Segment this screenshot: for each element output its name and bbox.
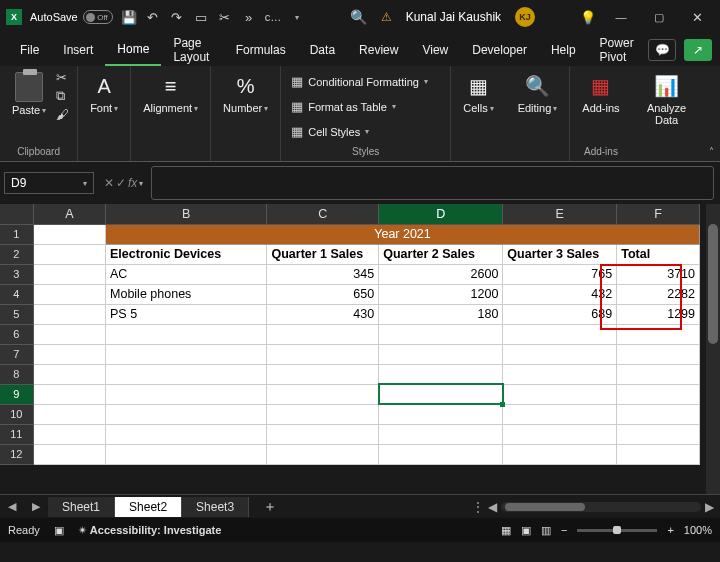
tab-power-pivot[interactable]: Power Pivot bbox=[588, 34, 648, 66]
macro-record-icon[interactable]: ▣ bbox=[54, 524, 64, 537]
data-cell[interactable]: 430 bbox=[267, 304, 379, 324]
data-cell[interactable]: 345 bbox=[267, 264, 379, 284]
search-icon[interactable]: 🔍 bbox=[350, 9, 367, 25]
tab-formulas[interactable]: Formulas bbox=[224, 34, 298, 66]
row-header[interactable]: 12 bbox=[0, 444, 33, 464]
maximize-button[interactable]: ▢ bbox=[642, 3, 676, 31]
row-header[interactable]: 4 bbox=[0, 284, 33, 304]
horizontal-scrollbar[interactable] bbox=[501, 502, 701, 512]
save-icon[interactable]: 💾 bbox=[121, 10, 137, 25]
touch-mode-icon[interactable]: ▭ bbox=[193, 10, 209, 25]
format-painter-icon[interactable]: 🖌 bbox=[56, 107, 69, 122]
data-cell[interactable]: 2282 bbox=[617, 284, 700, 304]
addins-button[interactable]: ▦ Add-ins bbox=[578, 70, 623, 116]
zoom-out-icon[interactable]: − bbox=[561, 524, 567, 536]
data-cell[interactable]: 2600 bbox=[379, 264, 503, 284]
sheet-tab[interactable]: Sheet1 bbox=[48, 497, 115, 517]
scrollbar-thumb[interactable] bbox=[708, 224, 718, 344]
close-button[interactable]: ✕ bbox=[680, 3, 714, 31]
row-header[interactable]: 9 bbox=[0, 384, 33, 404]
row-header[interactable]: 8 bbox=[0, 364, 33, 384]
scrollbar-thumb[interactable] bbox=[505, 503, 585, 511]
number-button[interactable]: % Number▾ bbox=[219, 70, 272, 116]
share-button[interactable]: ↗ bbox=[684, 39, 712, 61]
tab-view[interactable]: View bbox=[410, 34, 460, 66]
redo-icon[interactable]: ↷ bbox=[169, 10, 185, 25]
hscroll-left-icon[interactable]: ◀ bbox=[488, 500, 497, 514]
data-cell[interactable]: 650 bbox=[267, 284, 379, 304]
data-cell[interactable]: AC bbox=[106, 264, 267, 284]
col-header-c[interactable]: C bbox=[267, 204, 379, 224]
col-header-b[interactable]: B bbox=[106, 204, 267, 224]
format-as-table-button[interactable]: ▦Format as Table ▾ bbox=[289, 97, 442, 116]
data-cell[interactable]: PS 5 bbox=[106, 304, 267, 324]
user-name[interactable]: Kunal Jai Kaushik bbox=[406, 10, 501, 24]
row-header[interactable]: 2 bbox=[0, 244, 33, 264]
chevron-down-icon[interactable]: ▾ bbox=[83, 179, 87, 188]
doc-dropdown-icon[interactable]: ▾ bbox=[289, 13, 305, 22]
col-header-e[interactable]: E bbox=[503, 204, 617, 224]
row-header[interactable]: 5 bbox=[0, 304, 33, 324]
enter-formula-icon[interactable]: ✓ bbox=[116, 176, 126, 190]
tab-scroll-menu-icon[interactable]: ⋮ bbox=[472, 500, 484, 514]
cut-icon[interactable]: ✂ bbox=[217, 10, 233, 25]
tab-page-layout[interactable]: Page Layout bbox=[161, 34, 223, 66]
header-cell[interactable]: Total bbox=[617, 244, 700, 264]
sheet-tab[interactable]: Sheet3 bbox=[182, 497, 249, 517]
tab-insert[interactable]: Insert bbox=[51, 34, 105, 66]
hscroll-right-icon[interactable]: ▶ bbox=[705, 500, 714, 514]
header-cell[interactable]: Quarter 3 Sales bbox=[503, 244, 617, 264]
page-break-view-icon[interactable]: ▥ bbox=[541, 524, 551, 537]
qat-more-icon[interactable]: » bbox=[241, 10, 257, 25]
row-header[interactable]: 3 bbox=[0, 264, 33, 284]
formula-input[interactable] bbox=[151, 166, 714, 200]
autosave-state[interactable]: Off bbox=[83, 10, 113, 24]
tab-developer[interactable]: Developer bbox=[460, 34, 539, 66]
font-button[interactable]: A Font▾ bbox=[86, 70, 122, 116]
row-header[interactable]: 6 bbox=[0, 324, 33, 344]
analyze-data-button[interactable]: 📊 Analyze Data bbox=[640, 70, 694, 128]
autosave-toggle[interactable]: AutoSave Off bbox=[30, 10, 113, 24]
tab-review[interactable]: Review bbox=[347, 34, 410, 66]
fx-dropdown-icon[interactable]: ▾ bbox=[139, 179, 143, 188]
tab-data[interactable]: Data bbox=[298, 34, 347, 66]
select-all-button[interactable] bbox=[0, 204, 33, 224]
header-cell[interactable]: Quarter 2 Sales bbox=[379, 244, 503, 264]
name-box[interactable]: D9▾ bbox=[4, 172, 94, 194]
data-cell[interactable]: 1299 bbox=[617, 304, 700, 324]
cancel-formula-icon[interactable]: ✕ bbox=[104, 176, 114, 190]
comments-button[interactable]: 💬 bbox=[648, 39, 676, 61]
doc-name[interactable]: c… bbox=[265, 11, 281, 23]
tab-help[interactable]: Help bbox=[539, 34, 588, 66]
avatar[interactable]: KJ bbox=[515, 7, 535, 27]
data-cell[interactable]: 3710 bbox=[617, 264, 700, 284]
alignment-button[interactable]: ≡ Alignment▾ bbox=[139, 70, 202, 116]
collapse-ribbon-icon[interactable]: ˄ bbox=[709, 146, 714, 157]
editing-button[interactable]: 🔍 Editing▾ bbox=[514, 70, 562, 116]
accessibility-status[interactable]: ✴ Accessibility: Investigate bbox=[78, 524, 222, 537]
data-cell[interactable]: 689 bbox=[503, 304, 617, 324]
zoom-slider[interactable] bbox=[577, 529, 657, 532]
title-cell[interactable]: Year 2021 bbox=[106, 224, 700, 244]
page-layout-view-icon[interactable]: ▣ bbox=[521, 524, 531, 537]
data-cell[interactable]: 1200 bbox=[379, 284, 503, 304]
data-cell[interactable]: Mobile phones bbox=[106, 284, 267, 304]
row-header[interactable]: 7 bbox=[0, 344, 33, 364]
data-cell[interactable]: 180 bbox=[379, 304, 503, 324]
sheet-nav-prev[interactable]: ◀ bbox=[0, 500, 24, 513]
normal-view-icon[interactable]: ▦ bbox=[501, 524, 511, 537]
data-cell[interactable]: 765 bbox=[503, 264, 617, 284]
undo-icon[interactable]: ↶ bbox=[145, 10, 161, 25]
row-header[interactable]: 11 bbox=[0, 424, 33, 444]
data-cell[interactable]: 432 bbox=[503, 284, 617, 304]
cell-styles-button[interactable]: ▦Cell Styles ▾ bbox=[289, 122, 442, 141]
sheet-nav-next[interactable]: ▶ bbox=[24, 500, 48, 513]
col-header-d[interactable]: D bbox=[379, 204, 503, 224]
tab-home[interactable]: Home bbox=[105, 34, 161, 66]
zoom-in-icon[interactable]: + bbox=[667, 524, 673, 536]
cells-button[interactable]: ▦ Cells▾ bbox=[459, 70, 497, 116]
sheet-tab[interactable]: Sheet2 bbox=[115, 497, 182, 517]
copy-icon[interactable]: ⧉ bbox=[56, 88, 69, 104]
vertical-scrollbar[interactable] bbox=[706, 204, 720, 494]
cut-icon[interactable]: ✂ bbox=[56, 70, 69, 85]
